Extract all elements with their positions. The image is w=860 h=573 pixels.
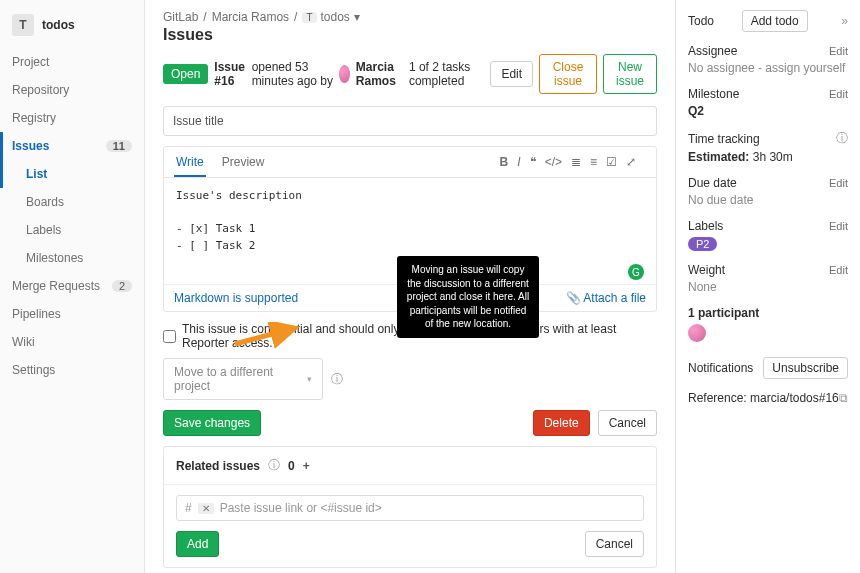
project-avatar: T	[12, 14, 34, 36]
confidential-checkbox[interactable]	[163, 330, 176, 343]
opened-text: opened 53 minutes ago by	[252, 60, 334, 88]
main-content: GitLab / Marcia Ramos / Ttodos ▾ Issues …	[145, 0, 675, 573]
annotation-arrow	[233, 322, 303, 350]
sidebar-item-milestones[interactable]: Milestones	[0, 244, 144, 272]
sidebar-item-settings[interactable]: Settings	[0, 356, 144, 384]
close-issue-button[interactable]: Close issue	[539, 54, 597, 94]
unsubscribe-button[interactable]: Unsubscribe	[763, 357, 848, 379]
mr-badge: 2	[112, 280, 132, 292]
sidebar-item-project[interactable]: Project	[0, 48, 144, 76]
edit-weight[interactable]: Edit	[829, 264, 848, 276]
svg-line-0	[235, 328, 295, 344]
weight-value: None	[688, 280, 848, 294]
project-header[interactable]: T todos	[0, 8, 144, 48]
edit-labels[interactable]: Edit	[829, 220, 848, 232]
cancel-button[interactable]: Cancel	[598, 410, 657, 436]
right-sidebar: TodoAdd todo» AssigneeEdit No assignee -…	[675, 0, 860, 573]
labels-label: Labels	[688, 219, 723, 233]
issue-title-input[interactable]	[163, 106, 657, 136]
italic-icon[interactable]: I	[517, 155, 520, 169]
edit-assignee[interactable]: Edit	[829, 45, 848, 57]
tasks-complete: 1 of 2 tasks completed	[409, 60, 478, 88]
task-icon[interactable]: ☑	[606, 155, 617, 169]
label-chip[interactable]: P2	[688, 237, 717, 251]
edit-button[interactable]: Edit	[490, 61, 533, 87]
time-label: Time tracking	[688, 132, 760, 146]
sidebar-item-repository[interactable]: Repository	[0, 76, 144, 104]
clear-icon[interactable]: ✕	[198, 503, 214, 514]
description-textarea[interactable]: Issue's description - [x] Task 1 - [ ] T…	[164, 178, 656, 264]
sidebar-item-registry[interactable]: Registry	[0, 104, 144, 132]
bold-icon[interactable]: B	[500, 155, 509, 169]
move-tooltip: Moving an issue will copy the discussion…	[397, 256, 539, 338]
cancel-related-button[interactable]: Cancel	[585, 531, 644, 557]
fullscreen-icon[interactable]: ⤢	[626, 155, 636, 169]
add-todo-button[interactable]: Add todo	[742, 10, 808, 32]
project-name: todos	[42, 18, 75, 32]
reference-label: Reference:	[688, 391, 747, 405]
due-label: Due date	[688, 176, 737, 190]
collapse-icon[interactable]: »	[841, 14, 848, 28]
page-title: Issues	[163, 26, 657, 44]
time-est-label: Estimated:	[688, 150, 749, 164]
placeholder: Paste issue link or <#issue id>	[220, 501, 382, 515]
assignee-label: Assignee	[688, 44, 737, 58]
issues-badge: 11	[106, 140, 132, 152]
milestone-value[interactable]: Q2	[688, 104, 704, 118]
todo-label: Todo	[688, 14, 714, 28]
sidebar-item-wiki[interactable]: Wiki	[0, 328, 144, 356]
code-icon[interactable]: </>	[545, 155, 562, 169]
chevron-down-icon: ▾	[354, 10, 360, 24]
quote-icon[interactable]: ❝	[530, 155, 536, 169]
sidebar-item-issues[interactable]: Issues11	[0, 132, 144, 160]
markdown-help-link[interactable]: Markdown is supported	[174, 291, 298, 305]
participants-label: 1 participant	[688, 306, 759, 320]
participant-avatar[interactable]	[688, 324, 706, 342]
time-est-value: 3h 30m	[753, 150, 793, 164]
author-name[interactable]: Marcia Ramos	[356, 60, 403, 88]
status-row: Open Issue #16 opened 53 minutes ago by …	[163, 54, 657, 94]
status-badge: Open	[163, 64, 208, 84]
notifications-label: Notifications	[688, 361, 753, 375]
editor-toolbar: B I ❝ </> ≣ ≡ ☑ ⤢	[490, 147, 646, 177]
move-project-dropdown[interactable]: Move to a different project▾	[163, 358, 323, 400]
grammarly-icon: G	[628, 264, 644, 280]
related-count: 0	[288, 459, 295, 473]
sidebar-item-boards[interactable]: Boards	[0, 188, 144, 216]
new-issue-button[interactable]: New issue	[603, 54, 657, 94]
edit-milestone[interactable]: Edit	[829, 88, 848, 100]
sidebar-item-labels[interactable]: Labels	[0, 216, 144, 244]
list-ul-icon[interactable]: ≣	[571, 155, 581, 169]
attach-file-link[interactable]: 📎 Attach a file	[566, 291, 646, 305]
due-value: No due date	[688, 193, 848, 207]
list-ol-icon[interactable]: ≡	[590, 155, 597, 169]
related-issue-input[interactable]: # ✕ Paste issue link or <#issue id>	[176, 495, 644, 521]
issue-id: Issue #16	[214, 60, 245, 88]
add-related-submit[interactable]: Add	[176, 531, 219, 557]
tab-preview[interactable]: Preview	[220, 147, 267, 177]
help-icon[interactable]: ⓘ	[836, 130, 848, 147]
reference-value: marcia/todos#16	[750, 391, 839, 405]
author-avatar[interactable]	[339, 65, 349, 83]
tab-write[interactable]: Write	[174, 147, 206, 177]
related-issues-panel: Related issues ⓘ 0 + # ✕ Paste issue lin…	[163, 446, 657, 568]
related-title: Related issues	[176, 459, 260, 473]
save-button[interactable]: Save changes	[163, 410, 261, 436]
copy-icon[interactable]: ⧉	[839, 391, 848, 405]
sidebar-item-merge-requests[interactable]: Merge Requests2	[0, 272, 144, 300]
crumb-root[interactable]: GitLab	[163, 10, 198, 24]
sidebar-item-list[interactable]: List	[0, 160, 144, 188]
crumb-user[interactable]: Marcia Ramos	[212, 10, 289, 24]
breadcrumb: GitLab / Marcia Ramos / Ttodos ▾	[163, 10, 657, 24]
add-related-button[interactable]: +	[303, 459, 310, 473]
assignee-value[interactable]: No assignee - assign yourself	[688, 61, 848, 75]
crumb-project[interactable]: Ttodos ▾	[302, 10, 359, 24]
help-icon[interactable]: ⓘ	[331, 371, 343, 388]
chevron-down-icon: ▾	[307, 374, 312, 384]
left-sidebar: T todos Project Repository Registry Issu…	[0, 0, 145, 573]
sidebar-item-pipelines[interactable]: Pipelines	[0, 300, 144, 328]
edit-due[interactable]: Edit	[829, 177, 848, 189]
delete-button[interactable]: Delete	[533, 410, 590, 436]
help-icon[interactable]: ⓘ	[268, 457, 280, 474]
milestone-label: Milestone	[688, 87, 739, 101]
